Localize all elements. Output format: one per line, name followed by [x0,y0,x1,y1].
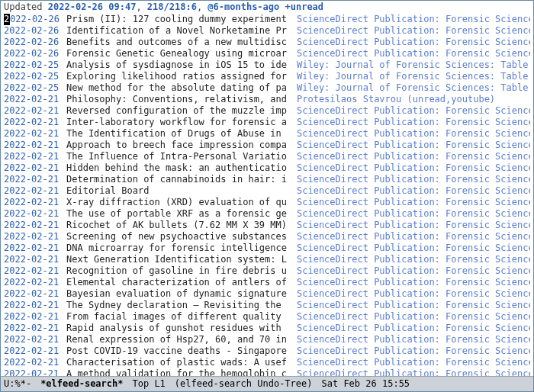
entry-row[interactable]: 2022-02-21Philosophy: Conventions, relat… [4,94,530,105]
entry-row[interactable]: 2022-02-21Ricochet of AK bullets (7.62 M… [4,220,530,231]
entry-tags: (unread,youtube) [407,94,496,104]
entry-title: Elemental characterization of antlers of [63,277,294,288]
mode-line: U:%*- *elfeed-search* Top L1 (elfeed-sea… [1,376,533,391]
entry-source: ScienceDirect Publication: Forensic Scie… [294,174,530,185]
entry-date: 2022-02-21 [4,231,63,243]
entry-row[interactable]: 2022-02-26Prism (II): 127 cooling dummy … [4,14,530,25]
entry-date: 2022-02-21 [4,117,63,128]
entry-row[interactable]: 2022-02-21Next Generation Identification… [4,254,530,265]
entry-row[interactable]: 2022-02-26Identification of a Novel Nork… [4,25,530,37]
entry-row[interactable]: 2022-02-21Determination of cannabinoids … [4,174,530,185]
cursor: 2 [4,14,10,25]
entry-source: ScienceDirect Publication: Forensic Scie… [294,334,530,345]
entry-source: ScienceDirect Publication: Forensic Scie… [294,25,530,37]
header-line: Updated 2022-02-26 09:47, 218/218:6, @6-… [1,1,533,14]
entry-date: 2022-02-21 [4,128,63,140]
entry-row[interactable]: 2022-02-21The Influence of Intra-Persona… [4,151,530,162]
modeline-datetime: Sat Feb 26 15:55 [321,378,410,390]
entry-source: ScienceDirect Publication: Forensic Scie… [294,105,530,117]
entry-date: 2022-02-26 [4,48,63,59]
entry-date: 2022-02-21 [4,334,63,345]
entry-counts: 218/218:6 [147,2,197,12]
entry-row[interactable]: 2022-02-21The use of portable XRF as a f… [4,208,530,220]
entry-date: 2022-02-21 [4,277,63,288]
entry-row[interactable]: 2022-02-21Characterisation of plastic wa… [4,357,530,368]
entry-title: Screening of new psychoactive substances [63,231,294,243]
entry-title: New method for the absolute dating of pa [63,82,294,94]
entry-title: The use of portable XRF as a forensic ge [63,208,294,220]
entry-row[interactable]: 2022-02-21Renal expression of Hsp27, 60,… [4,334,530,345]
entry-date: 2022-02-21 [4,323,63,334]
entry-title: X-ray diffraction (XRD) evaluation of qu [63,197,294,208]
entry-date: 2022-02-25 [4,71,63,82]
entry-date: 2022-02-21 [4,94,63,105]
entry-source: ScienceDirect Publication: Forensic Scie… [294,37,530,48]
entry-source: Protesilaos Stavrou (unread,youtube) [294,94,530,105]
updated-timestamp: 2022-02-26 09:47 [48,2,137,12]
entry-title: Characterisation of plastic wads: A usef [63,357,294,368]
entry-row[interactable]: 2022-02-25Analysis of sysdiagnose in iOS… [4,59,530,71]
entry-title: Analysis of sysdiagnose in iOS 15 to ide [63,59,294,71]
entry-list[interactable]: 2022-02-26Prism (II): 127 cooling dummy … [1,14,533,391]
entry-title: Recognition of gasoline in fire debris u [63,265,294,277]
entry-row[interactable]: 2022-02-21Reversed configuration of the … [4,105,530,117]
entry-row[interactable]: 2022-02-21Approach to breech face impres… [4,140,530,151]
entry-row[interactable]: 2022-02-25New method for the absolute da… [4,82,530,94]
entry-date: 2022-02-21 [4,174,63,185]
entry-row[interactable]: 2022-02-21From facial images of differen… [4,311,530,323]
entry-source: ScienceDirect Publication: Forensic Scie… [294,357,530,368]
entry-source: ScienceDirect Publication: Forensic Scie… [294,311,530,323]
entry-row[interactable]: 2022-02-21The Sydney declaration – Revis… [4,300,530,311]
entry-source: ScienceDirect Publication: Forensic Scie… [294,128,530,140]
entry-date: 2022-02-21 [4,254,63,265]
entry-title: Hidden behind the mask: an authenticatio [63,162,294,174]
entry-date: 2022-02-21 [4,265,63,277]
entry-title: Forensic Genetic Genealogy using microar [63,48,294,59]
entry-row[interactable]: 2022-02-21Screening of new psychoactive … [4,231,530,243]
entry-source: ScienceDirect Publication: Forensic Scie… [294,162,530,174]
entry-source: ScienceDirect Publication: Forensic Scie… [294,14,530,25]
entry-row[interactable]: 2022-02-21Post COVID-19 vaccine deaths -… [4,345,530,357]
modeline-position: Top L1 [133,378,166,390]
entry-date: 2022-02-21 [4,105,63,117]
entry-row[interactable]: 2022-02-26Benefits and outcomes of a new… [4,37,530,48]
entry-row[interactable]: 2022-02-21Hidden behind the mask: an aut… [4,162,530,174]
entry-date: 2022-02-21 [4,243,63,254]
entry-title: Identification of a Novel Norketamine Pr [63,25,294,37]
entry-source: ScienceDirect Publication: Forensic Scie… [294,265,530,277]
entry-row[interactable]: 2022-02-21Rapid analysis of gunshot resi… [4,323,530,334]
entry-row[interactable]: 2022-02-21Inter-laboratory workflow for … [4,117,530,128]
entry-title: The Influence of Intra-Personal Variatio [63,151,294,162]
updated-label: Updated [4,2,43,12]
entry-title: Ricochet of AK bullets (7.62 MM X 39 MM) [63,220,294,231]
entry-row[interactable]: 2022-02-21Editorial BoardScienceDirect P… [4,185,530,197]
entry-row[interactable]: 2022-02-21Bayesian evaluation of dynamic… [4,288,530,300]
entry-date: 2022-02-21 [4,288,63,300]
entry-title: The Identification of Drugs of Abuse in [63,128,294,140]
entry-source: ScienceDirect Publication: Forensic Scie… [294,48,530,59]
entry-date: 2022-02-21 [4,345,63,357]
entry-title: Philosophy: Conventions, relativism, and [63,94,294,105]
entry-row[interactable]: 2022-02-21The Identification of Drugs of… [4,128,530,140]
entry-source: ScienceDirect Publication: Forensic Scie… [294,140,530,151]
entry-row[interactable]: 2022-02-21Elemental characterization of … [4,277,530,288]
entry-title: Inter-laboratory workflow for forensic a [63,117,294,128]
entry-row[interactable]: 2022-02-21DNA microarray for forensic in… [4,243,530,254]
entry-source: ScienceDirect Publication: Forensic Scie… [294,345,530,357]
entry-source: ScienceDirect Publication: Forensic Scie… [294,197,530,208]
entry-date: 2022-02-21 [4,311,63,323]
entry-title: Benefits and outcomes of a new multidisc [63,37,294,48]
modeline-status: U:%*- [4,378,31,390]
entry-row[interactable]: 2022-02-21Recognition of gasoline in fir… [4,265,530,277]
entry-date: 2022-02-25 [4,59,63,71]
entry-title: From facial images of different quality [63,311,294,323]
entry-row[interactable]: 2022-02-26Forensic Genetic Genealogy usi… [4,48,530,59]
entry-title: Prism (II): 127 cooling dummy experiment [63,14,294,25]
entry-title: Bayesian evaluation of dynamic signature [63,288,294,300]
entry-date: 2022-02-21 [4,140,63,151]
entry-source: ScienceDirect Publication: Forensic Scie… [294,243,530,254]
entry-title: DNA microarray for forensic intelligence [63,243,294,254]
entry-row[interactable]: 2022-02-21X-ray diffraction (XRD) evalua… [4,197,530,208]
entry-title: The Sydney declaration – Revisiting the [63,300,294,311]
entry-row[interactable]: 2022-02-25Exploring likelihood ratios as… [4,71,530,82]
